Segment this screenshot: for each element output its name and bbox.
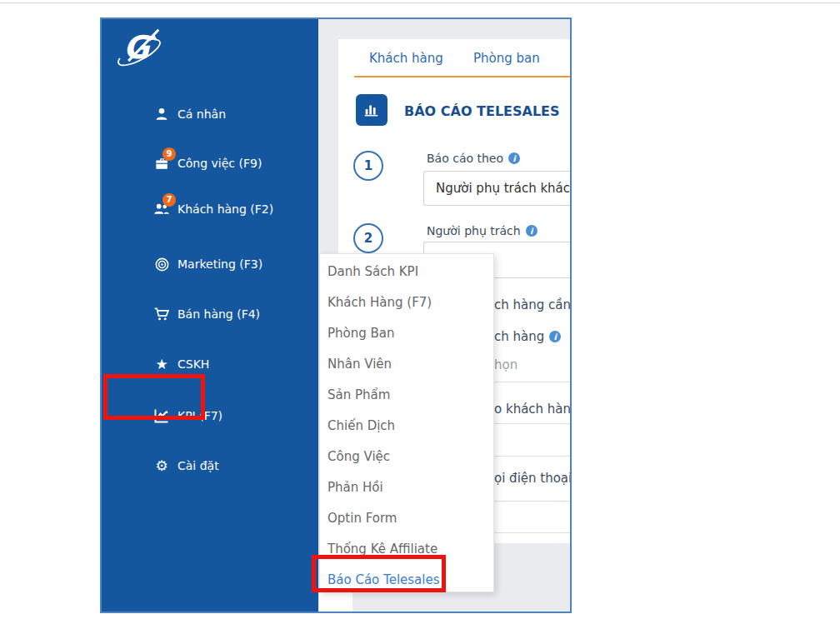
sidebar-item-ca-nhan[interactable]: Cá nhân (153, 104, 226, 124)
field-label-bao-cao-theo: Báo cáo theo i (427, 152, 520, 165)
input-border-line (494, 382, 572, 382)
occluded-label-fragment: ch hàng cần (494, 297, 571, 312)
info-icon[interactable]: i (508, 152, 520, 164)
menu-item-phan-hoi[interactable]: Phản Hồi (320, 472, 493, 502)
sidebar-item-cong-viec[interactable]: 9 Công việc (F9) (153, 153, 262, 173)
sidebar-item-label: Marketing (F3) (178, 257, 262, 271)
menu-item-optin-form[interactable]: Optin Form (320, 502, 493, 533)
page-title: BÁO CÁO TELESALES (404, 103, 560, 119)
tab-phong-ban[interactable]: Phòng ban (473, 51, 540, 66)
occluded-placeholder-fragment: họn (494, 357, 518, 372)
sidebar-item-label: Bán hàng (F4) (178, 307, 260, 321)
field-label-nguoi-phu-trach: Người phụ trách i (427, 224, 538, 237)
sidebar-item-ban-hang[interactable]: Bán hàng (F4) (153, 304, 260, 324)
target-icon (153, 256, 170, 272)
sidebar-item-cskh[interactable]: ★ CSKH (153, 354, 209, 374)
occluded-input[interactable] (494, 501, 572, 533)
info-icon[interactable]: i (549, 331, 561, 342)
step-2-number: 2 (364, 231, 372, 246)
gear-icon: ⚙ (153, 457, 170, 474)
occluded-label-fragment: ch hàng i (494, 329, 561, 344)
sidebar-item-label: KPI (F7) (178, 409, 222, 422)
sidebar-item-cai-dat[interactable]: ⚙ Cài đặt (153, 456, 219, 476)
sidebar-item-marketing[interactable]: Marketing (F3) (153, 254, 262, 274)
field-label-text: Người phụ trách (427, 224, 521, 237)
user-icon (153, 106, 170, 122)
sidebar-item-kpi[interactable]: KPI (F7) (153, 406, 222, 426)
notification-badge: 7 (162, 193, 176, 207)
occluded-label-text: ch hàng (494, 329, 544, 344)
sidebar-item-label: Cài đặt (178, 459, 219, 472)
menu-item-cong-viec[interactable]: Công Việc (320, 441, 493, 472)
menu-item-danh-sach-kpi[interactable]: Danh Sách KPI (320, 256, 493, 287)
menu-item-san-pham[interactable]: Sản Phẩm (320, 379, 493, 410)
app-logo[interactable]: G (118, 26, 170, 69)
menu-item-phong-ban[interactable]: Phòng Ban (320, 317, 493, 348)
users-icon: 7 (153, 201, 170, 217)
occluded-label-fragment: o khách hàn (494, 402, 571, 417)
page-top-divider (0, 2, 840, 3)
tab-underline (354, 76, 570, 77)
tab-khach-hang[interactable]: Khách hàng (369, 51, 443, 66)
kpi-flyout-menu: Danh Sách KPI Khách Hàng (F7) Phòng Ban … (319, 253, 494, 592)
info-icon[interactable]: i (526, 225, 538, 237)
menu-item-nhan-vien[interactable]: Nhân Viên (320, 348, 493, 379)
bao-cao-theo-select[interactable]: Người phụ trách khách (423, 171, 572, 206)
menu-item-bao-cao-telesales[interactable]: Báo Cáo Telesales (320, 564, 493, 595)
cart-icon (153, 306, 170, 322)
occluded-label-fragment: ọi điện thoại (494, 471, 572, 486)
notification-badge: 9 (162, 147, 176, 161)
sidebar-item-khach-hang[interactable]: 7 Khách hàng (F2) (153, 199, 273, 219)
step-1-number: 1 (364, 158, 372, 173)
menu-item-khach-hang-f7[interactable]: Khách Hàng (F7) (320, 287, 493, 317)
chart-line-icon (153, 407, 170, 424)
field-label-text: Báo cáo theo (427, 152, 503, 165)
star-icon: ★ (153, 356, 170, 372)
screenshot-page: G Cá nhân 9 Công việc (F9) 7 (0, 0, 840, 634)
briefcase-icon: 9 (153, 155, 170, 172)
step-2-circle: 2 (353, 223, 383, 253)
step-1-circle: 1 (353, 151, 383, 181)
sidebar-item-label: Công việc (F9) (178, 157, 262, 170)
sidebar-item-label: Khách hàng (F2) (178, 202, 273, 216)
bar-chart-icon (356, 94, 388, 126)
menu-item-chien-dich[interactable]: Chiến Dịch (320, 410, 493, 441)
occluded-input[interactable] (494, 423, 572, 457)
menu-item-thong-ke-affiliate[interactable]: Thống Kê Affiliate (320, 533, 493, 564)
sidebar: G Cá nhân 9 Công việc (F9) 7 (102, 19, 318, 612)
sidebar-item-label: CSKH (178, 357, 209, 371)
sidebar-item-label: Cá nhân (178, 107, 226, 121)
